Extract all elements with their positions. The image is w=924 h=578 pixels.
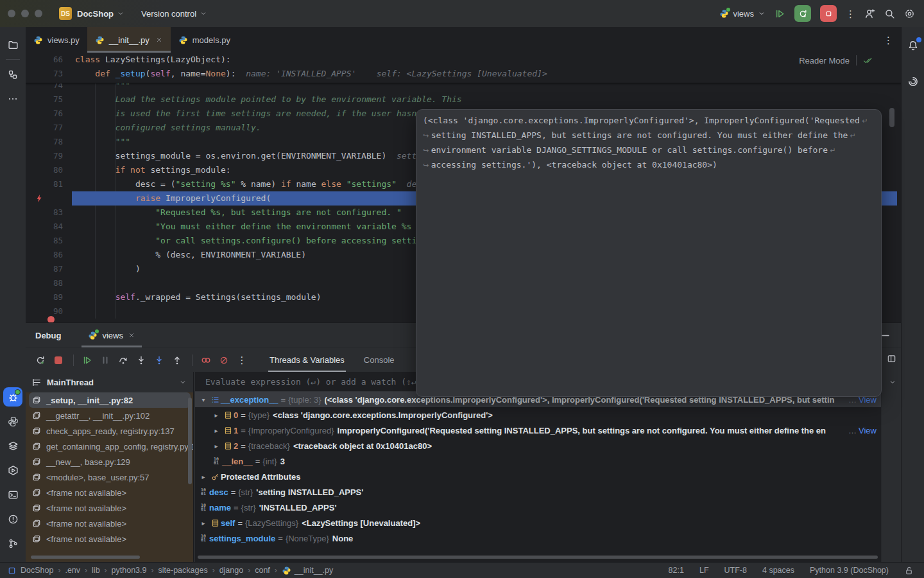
line-number[interactable]: 83 — [26, 206, 63, 220]
reader-mode-widget[interactable]: Reader Mode — [799, 55, 873, 66]
variable-row[interactable]: 1001name={str}'INSTALLED_APPS' — [195, 500, 882, 515]
force-step-into-button[interactable] — [151, 352, 167, 369]
exception-breakpoint-icon[interactable] — [26, 194, 72, 203]
tree-chevron-icon[interactable]: ▸ — [198, 473, 209, 480]
frame-row[interactable]: get_containing_app_config, registry.py:1 — [26, 439, 194, 454]
stop-button[interactable] — [820, 5, 837, 22]
tree-chevron-icon[interactable]: ▸ — [210, 442, 222, 450]
variable-row[interactable]: ▸1={ImproperlyConfigured}ImproperlyConfi… — [195, 423, 882, 438]
inspections-ok-icon[interactable] — [863, 56, 873, 66]
variable-row[interactable]: ▸2={traceback}<traceback object at 0x104… — [195, 438, 882, 453]
breadcrumb-item[interactable]: lib — [92, 566, 100, 575]
settings-gear-icon[interactable] — [904, 8, 915, 19]
more-actions-kebab[interactable]: ⋮ — [846, 9, 855, 19]
resume-button[interactable] — [79, 352, 96, 369]
breadcrumb-item[interactable]: conf — [255, 566, 270, 575]
line-number[interactable]: 77 — [26, 121, 63, 135]
rerun-debug-button[interactable] — [794, 5, 811, 22]
variable-row[interactable]: 1001settings_module={NoneType}None — [195, 530, 882, 546]
view-breakpoints-button[interactable] — [198, 352, 214, 369]
line-number[interactable]: 81 — [26, 177, 63, 191]
variable-row[interactable]: ▸0={type}<class 'django.core.exceptions.… — [195, 407, 882, 423]
tool-button-structure[interactable] — [3, 65, 22, 84]
tree-chevron-icon[interactable]: ▸ — [198, 520, 209, 527]
mute-breakpoints-button[interactable] — [216, 352, 232, 369]
tool-button-ai-assistant[interactable] — [903, 72, 923, 91]
more-button[interactable]: ⋮ — [234, 352, 250, 369]
line-number[interactable]: 74 — [26, 83, 63, 92]
expand-evaluate-icon[interactable] — [889, 378, 896, 386]
editor-scrollbar[interactable] — [889, 108, 894, 127]
code-line-75[interactable]: 75 Load the settings module pointed to b… — [26, 92, 897, 107]
line-number[interactable]: 89 — [26, 290, 63, 304]
status-item[interactable]: Python 3.9 (DocShop) — [810, 566, 889, 575]
breadcrumb-item[interactable]: DocShop — [21, 566, 53, 575]
line-number[interactable]: 90 — [26, 304, 63, 319]
tool-button-python-console[interactable] — [3, 412, 22, 431]
breadcrumb-item[interactable]: django — [219, 566, 244, 575]
step-into-button[interactable] — [133, 352, 150, 369]
frame-row[interactable]: __new__, base.py:129 — [26, 454, 194, 469]
variable-row[interactable]: 1001__len__={int}3 — [195, 453, 882, 469]
code-line-66[interactable]: 66class LazySettings(LazyObject): — [26, 53, 897, 67]
status-item[interactable]: 82:1 — [669, 566, 684, 575]
line-number[interactable]: 88 — [26, 276, 63, 290]
line-number[interactable]: 86 — [26, 248, 63, 262]
frame-row[interactable]: <frame not available> — [26, 500, 194, 516]
add-user-icon[interactable] — [864, 8, 875, 19]
tree-chevron-icon[interactable]: ▸ — [210, 427, 222, 434]
frame-row[interactable]: <frame not available> — [26, 516, 194, 531]
stop-muted-button[interactable] — [50, 352, 67, 369]
frame-row[interactable]: __getattr__, __init__.py:102 — [26, 408, 194, 423]
frame-row[interactable]: <frame not available> — [26, 531, 194, 547]
tool-button-debug[interactable] — [3, 387, 22, 407]
step-over-button[interactable] — [115, 352, 132, 369]
line-number[interactable]: 84 — [26, 220, 63, 234]
variable-row[interactable]: ▸Protected Attributes — [195, 469, 882, 484]
tree-chevron-icon[interactable]: ▸ — [210, 412, 222, 419]
window-minimize-button[interactable] — [21, 10, 29, 17]
lock-icon[interactable] — [904, 566, 914, 575]
close-icon[interactable] — [155, 36, 163, 44]
reader-mode-label[interactable]: Reader Mode — [799, 56, 850, 66]
window-close-button[interactable] — [8, 10, 15, 17]
frames-vscrollbar[interactable] — [188, 398, 192, 484]
debug-action-icon[interactable] — [774, 8, 785, 19]
tool-button-terminal[interactable] — [3, 485, 22, 504]
frame-row[interactable]: <frame not available> — [26, 485, 194, 500]
editor-tab-models-py[interactable]: models.py — [171, 27, 238, 53]
line-number[interactable]: 76 — [26, 107, 63, 121]
editor-tab-views-py[interactable]: views.py — [26, 27, 87, 53]
search-icon[interactable] — [884, 8, 895, 19]
tool-button-version-control[interactable] — [3, 534, 22, 553]
tab-threads-variables[interactable]: Threads & Variables — [268, 348, 346, 372]
run-config-selector[interactable]: views — [719, 9, 766, 19]
variable-row[interactable]: ▸self={LazySettings}<LazySettings [Uneva… — [195, 515, 882, 530]
line-number[interactable]: 87 — [26, 262, 63, 276]
breadcrumb-item[interactable]: .env — [65, 566, 80, 575]
layout-settings-icon[interactable] — [887, 354, 896, 363]
frame-row[interactable]: check_apps_ready, registry.py:137 — [26, 423, 194, 439]
tool-button-run-services[interactable] — [3, 460, 22, 480]
tool-button-more-tools[interactable] — [3, 89, 22, 109]
thread-selector[interactable]: MainThread — [26, 372, 193, 392]
tool-button-notifications[interactable] — [903, 36, 923, 55]
frames-hscrollbar[interactable] — [31, 556, 140, 559]
view-link[interactable]: View — [859, 426, 877, 435]
line-number[interactable]: 75 — [26, 92, 63, 107]
line-number[interactable]: 66 — [26, 53, 63, 67]
debug-session-tab[interactable]: views — [81, 323, 142, 347]
tab-console[interactable]: Console — [363, 348, 396, 372]
breakpoint-dot[interactable] — [47, 316, 55, 322]
step-out-button[interactable] — [169, 352, 185, 369]
line-number[interactable]: 73 — [26, 67, 63, 81]
editor-tab--init-py[interactable]: __init__.py — [87, 27, 171, 53]
tab-options-kebab[interactable]: ⋮ — [884, 35, 893, 45]
tool-button-services-layers[interactable] — [3, 436, 22, 455]
variable-row[interactable]: 1001desc={str}'setting INSTALLED_APPS' — [195, 484, 882, 500]
vcs-menu[interactable]: Version control — [141, 9, 196, 19]
window-zoom-button[interactable] — [35, 10, 42, 17]
status-item[interactable]: 4 spaces — [762, 566, 794, 575]
line-number[interactable]: 80 — [26, 163, 63, 177]
tool-button-project-folder[interactable] — [3, 35, 22, 54]
